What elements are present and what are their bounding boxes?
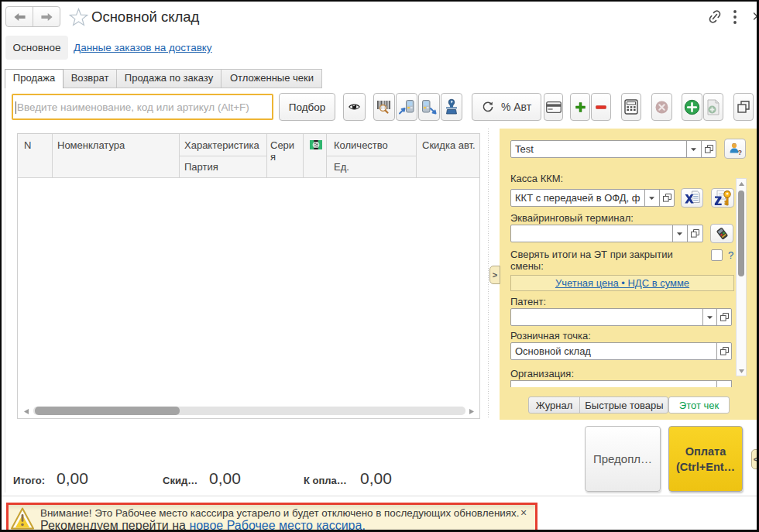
svg-text:?: ?	[738, 149, 743, 156]
